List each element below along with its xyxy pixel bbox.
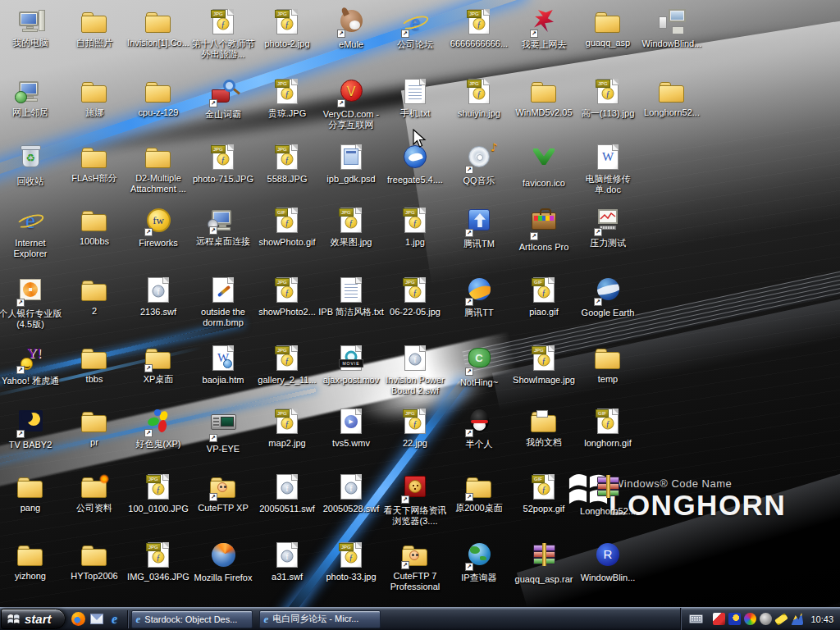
desktop-icon[interactable]: VP-EYE <box>190 408 256 454</box>
desktop-icon[interactable]: 我要上网去 <box>511 8 577 50</box>
desktop-icon[interactable]: JPGƒ1.jpg <box>382 207 448 248</box>
desktop-icon[interactable]: 金山词霸 <box>190 78 256 120</box>
desktop-icon[interactable]: JPGƒ100_0100.JPG <box>126 473 191 514</box>
desktop-icon[interactable]: 压力测试 <box>575 207 641 249</box>
taskbar-window-button[interactable]: e电白同乡论坛 - Micr... <box>259 610 381 628</box>
desktop-icon[interactable]: Longhorn52... <box>639 78 705 118</box>
desktop-icon[interactable]: 腾讯TM <box>446 207 512 249</box>
desktop-icon[interactable]: JPGƒshuiyin.jpg <box>446 78 512 119</box>
tray-painter-icon[interactable] <box>713 613 725 625</box>
desktop-icon[interactable]: RWindowBlin... <box>575 541 641 583</box>
keyboard-input-icon[interactable] <box>689 614 703 623</box>
taskbar-window-button[interactable]: eStardock: Object Des... <box>131 610 253 628</box>
tray-map-icon[interactable] <box>791 613 803 625</box>
desktop[interactable]: Windows® Code Name LONGHORN 我的电脑自拍照片Invi… <box>0 0 840 607</box>
desktop-icon[interactable]: f20050528.swf <box>318 473 384 514</box>
desktop-icon[interactable]: XP桌面 <box>126 345 191 385</box>
desktop-icon[interactable]: GIFƒpiao.gif <box>511 276 577 317</box>
desktop-icon[interactable]: 看天下网络资讯浏览器(3.... <box>382 473 448 527</box>
desktop-icon[interactable]: temp <box>575 345 641 385</box>
desktop-icon[interactable]: JPGƒ06-22-05.jpg <box>382 276 448 317</box>
desktop-icon[interactable]: CuteFTP 7 Professional <box>382 541 448 592</box>
desktop-icon[interactable]: D2-Multiple Attachment ... <box>126 144 191 194</box>
desktop-icon[interactable]: 原2000桌面 <box>446 473 512 514</box>
desktop-icon[interactable]: 我的电脑 <box>0 8 63 48</box>
desktop-icon[interactable]: TV BABY2 <box>0 408 63 450</box>
desktop-icon[interactable]: GIFƒ52popx.gif <box>511 473 577 514</box>
start-button[interactable]: start <box>1 609 66 629</box>
tray-speaker-icon[interactable] <box>760 613 772 625</box>
desktop-icon[interactable]: JPGƒ5588.JPG <box>254 144 320 185</box>
desktop-icon[interactable]: Wbaojia.htm <box>190 345 256 386</box>
desktop-icon[interactable]: IPB 简洁风格.txt <box>318 276 384 317</box>
desktop-icon[interactable]: Invision[1].Co... <box>126 8 191 48</box>
desktop-icon[interactable]: JPGƒShowImage.jpg <box>511 345 577 386</box>
desktop-icon[interactable]: ipb_gdk.psd <box>318 144 384 185</box>
desktop-icon[interactable]: ArtIcons Pro <box>511 207 577 253</box>
desktop-icon[interactable]: ♻回收站 <box>0 144 63 187</box>
desktop-icon[interactable]: 公司资料 <box>62 473 127 514</box>
desktop-icon[interactable]: HYTop2006 <box>62 541 127 582</box>
desktop-icon[interactable]: yizhong <box>0 541 63 582</box>
desktop-icon[interactable]: ▶tvs5.wmv <box>318 408 384 449</box>
desktop-icon[interactable]: WindowBlind... <box>639 8 705 49</box>
desktop-icon[interactable]: fwFireworks <box>126 207 191 249</box>
desktop-icon[interactable]: JPGƒphoto-2.jpg <box>254 8 320 49</box>
desktop-icon[interactable]: 自拍照片 <box>62 8 127 48</box>
quicklaunch-outlook-express-icon[interactable] <box>88 610 106 628</box>
desktop-icon[interactable]: MOVIEajax-post.mov <box>318 345 384 386</box>
desktop-icon[interactable]: pang <box>0 473 63 514</box>
tray-pencil-icon[interactable] <box>775 613 789 625</box>
desktop-icon[interactable]: 2 <box>62 276 127 317</box>
desktop-icon[interactable]: ♪QQ音乐 <box>446 144 512 186</box>
desktop-icon[interactable]: GIFƒshowPhoto.gif <box>254 207 320 248</box>
desktop-icon[interactable]: JPGƒIMG_0346.JPG <box>126 541 191 582</box>
desktop-icon[interactable]: fInvision Power Board 2.swf <box>382 345 448 396</box>
desktop-icon[interactable]: eMule <box>318 8 384 50</box>
desktop-icon[interactable]: VVeryCD.com - 分享互联网 <box>318 78 384 130</box>
desktop-icon[interactable]: Mozilla Firefox <box>190 541 256 583</box>
desktop-icon[interactable]: 我的文档 <box>511 408 577 448</box>
desktop-icon[interactable]: JPGƒ22.jpg <box>382 408 448 449</box>
desktop-icon[interactable]: fa31.swf <box>254 541 320 582</box>
desktop-icon[interactable]: pr <box>62 408 127 448</box>
desktop-icon[interactable]: 腾讯TT <box>446 276 512 318</box>
desktop-icon[interactable]: eInternet Explorer <box>0 207 63 259</box>
desktop-icon[interactable]: NotHing~ <box>446 345 512 388</box>
desktop-icon[interactable]: 100bbs <box>62 207 127 247</box>
desktop-icon[interactable]: 远程桌面连接 <box>190 207 256 247</box>
desktop-icon[interactable]: 施娜 <box>62 78 127 118</box>
desktop-icon[interactable]: Y!Yahoo! 雅虎通 <box>0 345 63 386</box>
desktop-icon[interactable]: JPGƒ高一(113).jpg <box>575 78 641 119</box>
desktop-icon[interactable]: FLAsH部分 <box>62 144 127 184</box>
desktop-icon[interactable]: JPGƒ贵琼.JPG <box>254 78 320 119</box>
desktop-icon[interactable]: GIFƒlonghorn.gif <box>575 408 641 449</box>
desktop-icon[interactable]: 好色鬼(XP) <box>126 408 191 450</box>
desktop-icon[interactable]: tbbs <box>62 345 127 385</box>
quicklaunch-phoenix-icon[interactable] <box>70 610 88 628</box>
desktop-icon[interactable]: cpu-z-129 <box>126 78 191 118</box>
desktop-icon[interactable]: Google Earth <box>575 276 641 318</box>
desktop-icon[interactable]: 网上邻居 <box>0 78 63 118</box>
desktop-icon[interactable]: 手机.txt <box>382 78 448 119</box>
desktop-icon[interactable]: JPGƒ第十八个教师节外出旅游... <box>190 8 256 60</box>
tray-moon-icon[interactable] <box>728 613 741 625</box>
desktop-icon[interactable]: JPGƒphoto-33.jpg <box>318 541 384 582</box>
desktop-icon[interactable]: 个人银行专业版(4.5版) <box>0 276 63 330</box>
desktop-icon[interactable]: JPGƒ6666666666... <box>446 8 512 49</box>
desktop-icon[interactable]: JPGƒgallery_2_11... <box>254 345 320 386</box>
desktop-icon[interactable]: CuteFTP XP <box>190 473 256 514</box>
desktop-icon[interactable]: W电脑维修传单.doc <box>575 144 641 195</box>
desktop-icon[interactable]: JPGƒmap2.jpg <box>254 408 320 449</box>
desktop-icon[interactable]: guaqq_asp.rar <box>511 541 577 585</box>
desktop-icon[interactable]: 半个人 <box>446 408 512 450</box>
desktop-icon[interactable]: WinMD5v2.05 <box>511 78 577 118</box>
quicklaunch-internet-explorer-icon[interactable]: e <box>106 610 124 628</box>
desktop-icon[interactable]: Longhorn52... <box>575 473 641 517</box>
desktop-icon[interactable]: outside the dorm.bmp <box>190 276 256 328</box>
desktop-icon[interactable]: JPGƒ效果图.jpg <box>318 207 384 248</box>
desktop-icon[interactable]: guaqq_asp <box>575 8 641 48</box>
desktop-icon[interactable]: JPGƒshowPhoto2... <box>254 276 320 317</box>
desktop-icon[interactable]: f20050511.swf <box>254 473 320 514</box>
desktop-icon[interactable]: favicon.ico <box>511 144 577 189</box>
